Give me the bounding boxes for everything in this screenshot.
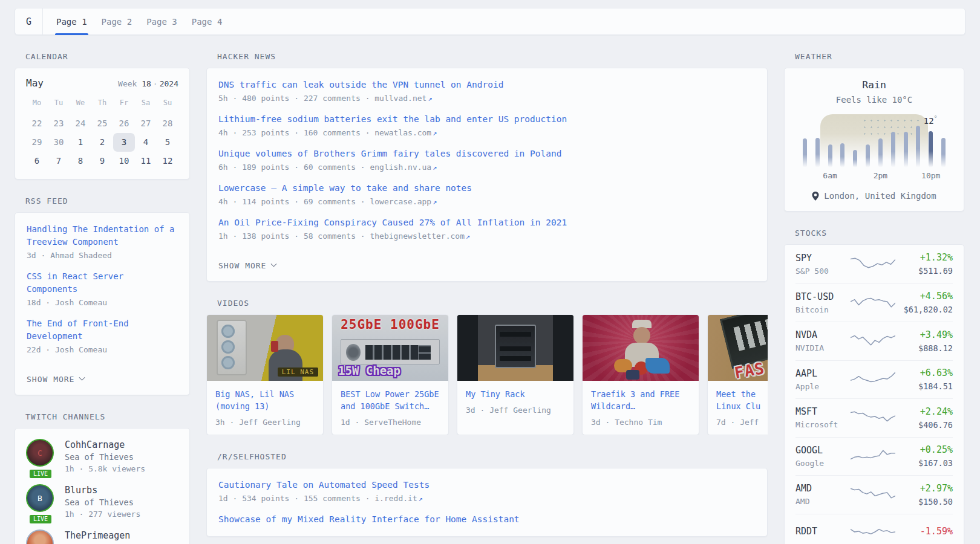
tab-page-4[interactable]: Page 4 xyxy=(185,8,230,34)
twitch-channel-info: CohhCarnage Sea of Thieves 1h · 5.8k vie… xyxy=(65,439,145,474)
stock-row-amd[interactable]: AMDAMD+2.97%$150.50 xyxy=(795,475,953,514)
stock-name: Apple xyxy=(795,382,851,391)
rss-item-meta: 22d · Josh Comeau xyxy=(27,345,178,354)
chevron-down-icon xyxy=(271,261,277,267)
location-pin-icon xyxy=(812,192,819,201)
calendar-weekday-label: Th xyxy=(91,99,113,114)
rss-item-meta: 18d · Josh Comeau xyxy=(27,298,178,307)
rss-item-title[interactable]: Handling The Indentation of a Treeview C… xyxy=(27,224,174,247)
stock-values: -1.59% xyxy=(898,526,953,540)
reddit-item-title[interactable]: Cautionary Tale on Automated Speed Tests xyxy=(218,480,430,490)
stock-id: GOOGLGoogle xyxy=(795,445,851,468)
video-title[interactable]: Meet the Linux Clu xyxy=(716,388,768,412)
stock-price: $167.03 xyxy=(898,458,953,468)
hn-item-title[interactable]: An Oil Price-Fixing Conspiracy Caused 27… xyxy=(218,218,567,227)
calendar-weekday-label: Mo xyxy=(26,99,48,114)
stock-sparkline xyxy=(851,331,898,351)
videos-row: LIL NAS Big NAS, Lil NAS (moving 13) 3h … xyxy=(206,314,768,435)
video-card[interactable]: FAS Meet the Linux Clu 7d · Jeff xyxy=(707,314,768,435)
twitch-channel-row[interactable]: ThePrimeagen xyxy=(26,529,178,544)
stock-sparkline xyxy=(851,523,898,543)
video-title[interactable]: BEST Low Power 25GbE and 100GbE Switch… xyxy=(341,388,440,412)
calendar-weekday-label: Tu xyxy=(48,99,70,114)
video-card[interactable]: 25GbE 100GbE 15W Cheap BEST Low Power 25… xyxy=(332,314,449,435)
video-meta: 7d · Jeff xyxy=(716,418,768,427)
twitch-channel-name: Blurbs xyxy=(65,484,140,496)
stock-id: SPYS&P 500 xyxy=(795,253,851,276)
weather-bar xyxy=(904,132,908,167)
twitch-channel-row[interactable]: C LIVE CohhCarnage Sea of Thieves 1h · 5… xyxy=(26,439,178,474)
hn-item: Lithium-free sodium batteries exit the l… xyxy=(218,113,756,137)
app-logo[interactable]: G xyxy=(15,8,43,34)
video-title[interactable]: Traefik 3 and FREE Wildcard… xyxy=(591,388,690,412)
calendar-grid: MoTuWeThFrSaSu22232425262728293012345678… xyxy=(26,99,178,170)
hn-show-more-button[interactable]: SHOW MORE xyxy=(218,261,276,270)
rss-item-title[interactable]: CSS in React Server Components xyxy=(27,271,123,294)
reddit-item-title[interactable]: Showcase of my Mixed Reality Interface f… xyxy=(218,514,520,524)
video-meta: 1d · ServeTheHome xyxy=(341,418,440,427)
hn-item-title[interactable]: Lithium-free sodium batteries exit the l… xyxy=(218,114,567,124)
stock-name: AMD xyxy=(795,497,851,506)
rss-item-title[interactable]: The End of Front-End Development xyxy=(27,319,129,341)
stocks-section-label: STOCKS xyxy=(795,228,964,238)
stock-row-msft[interactable]: MSFTMicrosoft+2.24%$406.76 xyxy=(795,398,953,437)
reddit-section-label: /R/SELFHOSTED xyxy=(217,452,768,461)
tab-page-3[interactable]: Page 3 xyxy=(139,8,185,34)
stock-sparkline xyxy=(851,484,898,505)
rss-item-meta: 3d · Ahmad Shadeed xyxy=(27,251,178,260)
twitch-channel-game: Sea of Thieves xyxy=(65,496,140,508)
stock-symbol: BTC-USD xyxy=(795,291,851,303)
twitch-channel-game: Sea of Thieves xyxy=(65,451,145,463)
person-graphic xyxy=(269,349,302,381)
reddit-widget: /R/SELFHOSTED Cautionary Tale on Automat… xyxy=(206,452,768,537)
video-thumbnail xyxy=(457,315,573,381)
tab-page-1[interactable]: Page 1 xyxy=(49,8,94,34)
fan-graphic xyxy=(221,340,235,354)
video-card[interactable]: Traefik 3 and FREE Wildcard… 3d · Techno… xyxy=(582,314,699,435)
stock-sparkline xyxy=(851,293,898,313)
twitch-avatar-wrap: C LIVE xyxy=(26,439,55,474)
video-card[interactable]: LIL NAS Big NAS, Lil NAS (moving 13) 3h … xyxy=(206,314,324,435)
twitch-avatar-wrap: B LIVE xyxy=(26,484,55,520)
hn-item: An Oil Price-Fixing Conspiracy Caused 27… xyxy=(218,216,756,241)
calendar-day: 11 xyxy=(135,152,157,170)
stock-values: +2.24%$406.76 xyxy=(898,406,953,430)
stock-sparkline xyxy=(851,407,898,428)
calendar-day: 27 xyxy=(135,114,157,133)
stock-symbol: RDDT xyxy=(795,526,851,537)
avatar: B xyxy=(26,484,54,512)
reddit-item: Showcase of my Mixed Reality Interface f… xyxy=(218,513,756,526)
stock-row-aapl[interactable]: AAPLApple+6.63%$184.51 xyxy=(795,360,953,399)
hn-item-title[interactable]: DNS traffic can leak outside the VPN tun… xyxy=(218,80,503,89)
tab-page-2[interactable]: Page 2 xyxy=(94,8,140,34)
stock-row-nvda[interactable]: NVDANVIDIA+3.49%$888.12 xyxy=(795,322,953,360)
tab-label: Page 3 xyxy=(146,17,177,27)
stock-sparkline xyxy=(851,446,898,467)
hn-item-title[interactable]: Unique volumes of Brothers Grimm fairy t… xyxy=(218,149,561,158)
twitch-channel-row[interactable]: B LIVE Blurbs Sea of Thieves 1h · 277 vi… xyxy=(26,484,178,520)
calendar-week-info: Week 18·2024 xyxy=(118,79,178,88)
hn-item-title[interactable]: Lowercase – A simple way to take and sha… xyxy=(218,183,472,193)
rack-graphic xyxy=(495,325,536,368)
rack-slat xyxy=(500,346,531,351)
calendar-weekday-label: We xyxy=(70,99,91,114)
stock-row-spy[interactable]: SPYS&P 500+1.32%$511.69 xyxy=(795,245,953,283)
stock-row-btc-usd[interactable]: BTC-USDBitcoin+4.56%$61,820.02 xyxy=(795,283,953,322)
stock-row-googl[interactable]: GOOGLGoogle+0.25%$167.03 xyxy=(795,437,953,476)
stock-id: NVDANVIDIA xyxy=(795,329,851,352)
calendar-widget: CALENDAR May Week 18·2024 MoTuWeThFrSaSu… xyxy=(15,52,190,180)
stock-row-rddt[interactable]: RDDT-1.59% xyxy=(795,514,953,544)
weather-card: Rain Feels like 10°C 12° 6am2pm10pm Lond… xyxy=(784,68,964,212)
video-card[interactable]: My Tiny Rack 3d · Jeff Geerling xyxy=(457,314,574,435)
video-thumbnail: FAS xyxy=(708,315,768,381)
video-body: My Tiny Rack 3d · Jeff Geerling xyxy=(457,381,573,423)
stocks-widget: STOCKS SPYS&P 500+1.32%$511.69BTC-USDBit… xyxy=(784,228,964,544)
rss-show-more-button[interactable]: SHOW MORE xyxy=(27,375,84,384)
twitch-card: C LIVE CohhCarnage Sea of Thieves 1h · 5… xyxy=(15,428,190,544)
weather-bar xyxy=(866,144,870,167)
current-temp-label: 12° xyxy=(924,115,938,126)
video-title[interactable]: Big NAS, Lil NAS (moving 13) xyxy=(215,388,315,412)
dashboard-page: G Page 1 Page 2 Page 3 Page 4 CALENDAR xyxy=(0,8,980,544)
video-title[interactable]: My Tiny Rack xyxy=(466,388,565,400)
calendar-day: 1 xyxy=(70,133,91,152)
